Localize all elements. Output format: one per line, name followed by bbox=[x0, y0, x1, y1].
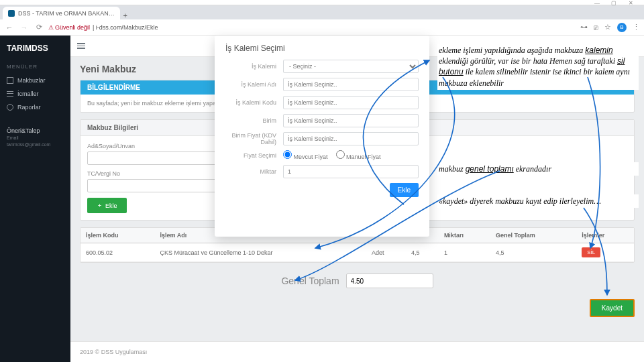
tab-title: DSS - TARIM ve ORMAN BAKAN… bbox=[18, 10, 115, 17]
sidebar-item-icmaller[interactable]: İcmaller bbox=[0, 87, 70, 101]
list-icon bbox=[7, 90, 13, 97]
table-row: 600.05.02 ÇKS Müracaat ve Güncelleme 1-1… bbox=[80, 243, 634, 262]
modal-title: İş Kalemi Seçimi bbox=[225, 44, 419, 53]
sidebar-item-label: İcmaller bbox=[17, 90, 39, 97]
col-qty: Miktarı bbox=[439, 228, 490, 243]
modal-fiyat-input[interactable] bbox=[283, 132, 419, 145]
item-select-modal: İş Kalemi Seçimi İş Kalemi - Seçiniz - İ… bbox=[215, 36, 429, 237]
key-icon[interactable]: ⊶ bbox=[580, 23, 588, 32]
grand-total-input[interactable] bbox=[346, 274, 433, 288]
modal-birim-input[interactable] bbox=[283, 114, 419, 127]
warning-icon: ⚠ bbox=[48, 24, 54, 31]
suggest-email-label: Email bbox=[7, 135, 19, 140]
star-icon[interactable]: ☆ bbox=[604, 23, 611, 32]
grand-total-label: Genel Toplam bbox=[281, 276, 339, 286]
sidebar-item-raporlar[interactable]: Raporlar bbox=[0, 101, 70, 114]
modal-adi-label: İş Kalemi Adı bbox=[225, 81, 283, 88]
modal-kalemi-select[interactable]: - Seçiniz - bbox=[283, 60, 419, 73]
sidebar-item-label: Raporlar bbox=[17, 104, 41, 111]
modal-kodu-label: İş Kalemi Kodu bbox=[225, 99, 283, 106]
cell-qty: 1 bbox=[439, 243, 490, 262]
sidebar-item-label: Makbuzlar bbox=[17, 77, 46, 84]
plus-icon: ＋ bbox=[97, 201, 103, 210]
footer: 2019 © DSS Uygulaması bbox=[70, 341, 644, 362]
annotation-1: ekleme işlemi yapıldığında aşağıda makbu… bbox=[437, 44, 639, 90]
cell-unit: Adet bbox=[366, 243, 406, 262]
modal-kalemi-label: İş Kalemi bbox=[225, 63, 283, 70]
sidebar-section-label: MENÜLER bbox=[0, 60, 70, 74]
add-item-button[interactable]: ＋ Ekle bbox=[87, 198, 127, 213]
add-item-label: Ekle bbox=[105, 202, 117, 209]
modal-secim-label: Fiyat Seçimi bbox=[225, 152, 283, 159]
box-icon bbox=[7, 77, 13, 84]
cell-name: ÇKS Müracaat ve Güncelleme 1-10 Dekar bbox=[155, 243, 366, 262]
cell-code: 600.05.02 bbox=[80, 243, 155, 262]
col-act: İşlemler bbox=[576, 228, 634, 243]
menu-icon[interactable]: ⋮ bbox=[633, 23, 640, 32]
modal-miktar-input[interactable] bbox=[283, 165, 419, 178]
security-text: Güvenli değil bbox=[55, 24, 90, 31]
annotation-2: makbuz genel toplamı ekrandadır bbox=[437, 162, 639, 176]
security-warning[interactable]: ⚠ Güvenli değil bbox=[48, 24, 90, 31]
delete-row-button[interactable]: SİL bbox=[582, 247, 600, 257]
browser-addressbar: ← → ⟳ ⚠ Güvenli değil | i-dss.com/Makbuz… bbox=[0, 19, 644, 36]
chart-icon bbox=[7, 104, 13, 111]
sidebar-suggest: Öneri&Talep Email tarimdss@gmail.com bbox=[0, 123, 70, 152]
suggest-email[interactable]: tarimdss@gmail.com bbox=[7, 142, 50, 147]
modal-miktar-label: Miktar bbox=[225, 168, 283, 175]
radio-mevcut[interactable]: Mevcut Fiyat bbox=[283, 150, 328, 160]
hamburger-icon[interactable] bbox=[77, 43, 85, 49]
window-close-icon[interactable]: ✕ bbox=[617, 0, 644, 5]
modal-birim-label: Birim bbox=[225, 117, 283, 124]
radio-manuel[interactable]: Manuel Fiyat bbox=[336, 150, 381, 160]
save-button[interactable]: Kaydet bbox=[590, 299, 635, 317]
new-tab-button[interactable]: + bbox=[120, 11, 131, 19]
modal-add-button[interactable]: Ekle bbox=[390, 183, 419, 197]
modal-adi-input[interactable] bbox=[283, 78, 419, 91]
browser-tab[interactable]: DSS - TARIM ve ORMAN BAKAN… bbox=[3, 7, 120, 19]
favicon-icon bbox=[8, 10, 15, 17]
cell-total: 4,5 bbox=[490, 243, 576, 262]
qr-icon[interactable]: ⎚ bbox=[594, 23, 598, 32]
modal-kodu-input[interactable] bbox=[283, 96, 419, 109]
annotation-3: «kaydet» diyerek makbuzu kayıt edip iler… bbox=[437, 194, 639, 208]
url-text[interactable]: | i-dss.com/Makbuz/Ekle bbox=[93, 24, 158, 31]
cell-price: 4,5 bbox=[406, 243, 439, 262]
reload-icon[interactable]: ⟳ bbox=[34, 22, 44, 33]
browser-tabbar: DSS - TARIM ve ORMAN BAKAN… + bbox=[0, 5, 644, 19]
sidebar-item-makbuzlar[interactable]: Makbuzlar bbox=[0, 74, 70, 87]
back-icon[interactable]: ← bbox=[4, 22, 15, 33]
grand-total-row: Genel Toplam bbox=[80, 274, 635, 288]
col-code: İşlem Kodu bbox=[80, 228, 155, 243]
forward-icon[interactable]: → bbox=[19, 22, 30, 33]
col-total: Genel Toplam bbox=[490, 228, 576, 243]
window-titlebar: — ▢ ✕ bbox=[0, 0, 644, 5]
modal-fiyat-label: Birim Fiyat (KDV Dahil) bbox=[225, 132, 283, 145]
sidebar: TARIMDSS MENÜLER Makbuzlar İcmaller Rapo… bbox=[0, 36, 70, 362]
suggest-title: Öneri&Talep bbox=[7, 127, 64, 134]
profile-avatar[interactable]: B bbox=[617, 23, 627, 32]
app-logo[interactable]: TARIMDSS bbox=[0, 41, 70, 60]
